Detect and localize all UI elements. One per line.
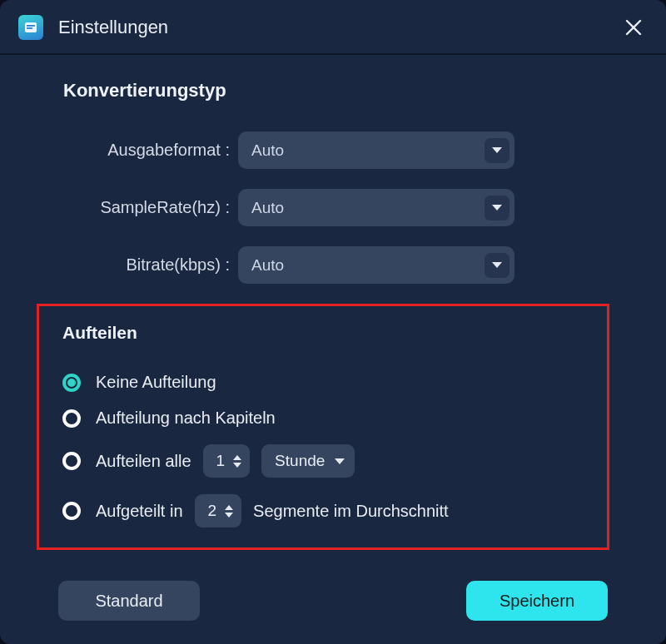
split-segments-suffix: Segmente im Durchschnitt [253,502,449,521]
bitrate-row: Bitrate(kbps) : Auto [63,246,626,284]
output-format-select[interactable]: Auto [238,131,514,169]
radio-none[interactable] [62,374,81,392]
segments-value: 2 [208,502,217,520]
segments-value-stepper[interactable]: 2 [195,494,242,528]
title-bar: Einstellungen [0,0,666,55]
save-button-label: Speichern [500,592,574,611]
split-option-segments[interactable]: Aufgeteilt in 2 Segmente im Durchschnitt [62,494,584,528]
split-segments-prefix: Aufgeteilt in [96,502,183,521]
app-icon [18,15,43,40]
split-none-label: Keine Aufteilung [96,373,216,392]
dialog-title: Einstellungen [58,17,619,38]
settings-dialog: Einstellungen Konvertierungstyp Ausgabef… [0,0,666,644]
dialog-footer: Standard Speichern [0,581,666,621]
radio-chapters[interactable] [62,409,81,428]
output-format-label: Ausgabeformat : [63,141,238,160]
split-option-none[interactable]: Keine Aufteilung [62,373,584,392]
bitrate-select[interactable]: Auto [238,246,514,284]
interval-unit-value: Stunde [275,452,325,470]
chevron-down-icon [485,138,509,163]
interval-controls: Aufteilen alle 1 Stunde [96,444,355,478]
stepper-arrows-icon [225,505,233,518]
sample-rate-select[interactable]: Auto [238,189,514,226]
segments-controls: Aufgeteilt in 2 Segmente im Durchschnitt [96,494,449,528]
close-icon [624,18,643,37]
bitrate-value: Auto [251,256,284,275]
dialog-content: Konvertierungstyp Ausgabeformat : Auto S… [0,55,666,550]
chevron-down-icon [485,196,509,220]
bitrate-label: Bitrate(kbps) : [63,255,238,275]
radio-interval[interactable] [62,452,81,470]
output-format-row: Ausgabeformat : Auto [63,131,626,169]
interval-value-stepper[interactable]: 1 [203,444,251,478]
split-heading: Aufteilen [62,323,584,343]
sample-rate-row: SampleRate(hz) : Auto [63,189,626,226]
default-button[interactable]: Standard [58,581,200,621]
stepper-arrows-icon [233,455,241,468]
split-chapters-label: Aufteilung nach Kapiteln [96,409,276,428]
radio-segments[interactable] [62,502,81,520]
sample-rate-value: Auto [251,199,284,217]
output-format-value: Auto [251,141,284,160]
svg-rect-1 [27,25,35,27]
interval-unit-select[interactable]: Stunde [261,444,355,478]
svg-rect-2 [27,27,32,29]
split-section-highlight: Aufteilen Keine Aufteilung Aufteilung na… [37,304,609,550]
conversion-heading: Konvertierungstyp [63,80,626,102]
save-button[interactable]: Speichern [466,581,608,621]
interval-value: 1 [216,452,226,470]
chevron-down-icon [335,458,345,464]
split-option-chapters[interactable]: Aufteilung nach Kapiteln [62,409,584,428]
chevron-down-icon [485,253,509,278]
close-button[interactable] [619,13,648,42]
sample-rate-label: SampleRate(hz) : [63,198,238,217]
split-option-interval[interactable]: Aufteilen alle 1 Stunde [62,444,584,478]
split-interval-prefix: Aufteilen alle [96,452,191,471]
default-button-label: Standard [95,592,162,611]
